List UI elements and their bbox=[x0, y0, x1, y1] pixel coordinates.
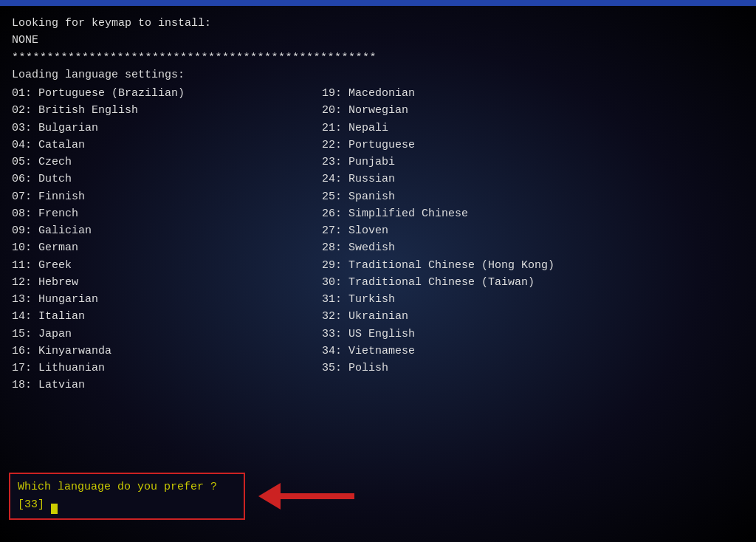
lang-item-30: 30: Traditional Chinese (Taiwan) bbox=[322, 274, 744, 291]
language-list-left: 01: Portuguese (Brazilian)02: British En… bbox=[12, 85, 322, 394]
lang-item-14: 14: Italian bbox=[12, 308, 322, 325]
lang-item-17: 17: Lithuanian bbox=[12, 360, 322, 377]
lang-item-11: 11: Greek bbox=[12, 257, 322, 274]
lang-item-27: 27: Sloven bbox=[322, 222, 744, 239]
prompt-question: Which language do you prefer ? bbox=[18, 478, 236, 496]
keymap-line2: NONE bbox=[12, 32, 744, 49]
lang-item-28: 28: Swedish bbox=[322, 239, 744, 256]
arrow-container bbox=[258, 483, 354, 510]
language-list-right: 19: Macedonian20: Norwegian21: Nepali22:… bbox=[322, 85, 744, 394]
lang-item-02: 02: British English bbox=[12, 102, 322, 119]
lang-item-01: 01: Portuguese (Brazilian) bbox=[12, 85, 322, 102]
terminal-screen: Looking for keymap to install: NONE ****… bbox=[0, 0, 756, 542]
terminal-content: Looking for keymap to install: NONE ****… bbox=[12, 15, 744, 394]
lang-item-10: 10: German bbox=[12, 239, 322, 256]
red-arrow bbox=[258, 483, 354, 510]
lang-item-09: 09: Galician bbox=[12, 222, 322, 239]
lang-item-07: 07: Finnish bbox=[12, 188, 322, 205]
loading-line: Loading language settings: bbox=[12, 66, 744, 83]
lang-item-04: 04: Catalan bbox=[12, 137, 322, 154]
lang-item-32: 32: Ukrainian bbox=[322, 308, 744, 325]
lang-item-22: 22: Portuguese bbox=[322, 137, 744, 154]
keymap-line1: Looking for keymap to install: bbox=[12, 15, 744, 32]
lang-item-20: 20: Norwegian bbox=[322, 102, 744, 119]
lang-item-12: 12: Hebrew bbox=[12, 274, 322, 291]
lang-item-21: 21: Nepali bbox=[322, 120, 744, 137]
lang-item-34: 34: Vietnamese bbox=[322, 343, 744, 360]
lang-item-08: 08: French bbox=[12, 205, 322, 222]
lang-item-26: 26: Simplified Chinese bbox=[322, 205, 744, 222]
top-bar bbox=[0, 0, 756, 6]
arrow-head bbox=[258, 483, 281, 510]
cursor-blink bbox=[51, 504, 58, 514]
language-grid: 01: Portuguese (Brazilian)02: British En… bbox=[12, 85, 744, 394]
lang-item-03: 03: Bulgarian bbox=[12, 120, 322, 137]
lang-item-19: 19: Macedonian bbox=[322, 85, 744, 102]
lang-item-35: 35: Polish bbox=[322, 360, 744, 377]
lang-item-24: 24: Russian bbox=[322, 171, 744, 188]
lang-item-25: 25: Spanish bbox=[322, 188, 744, 205]
prompt-input[interactable]: [33] bbox=[18, 496, 236, 514]
lang-item-23: 23: Punjabi bbox=[322, 154, 744, 171]
lang-item-33: 33: US English bbox=[322, 326, 744, 343]
lang-item-06: 06: Dutch bbox=[12, 171, 322, 188]
arrow-shaft bbox=[281, 493, 354, 499]
lang-item-31: 31: Turkish bbox=[322, 291, 744, 308]
lang-item-16: 16: Kinyarwanda bbox=[12, 343, 322, 360]
stars-line: ****************************************… bbox=[12, 49, 744, 66]
lang-item-13: 13: Hungarian bbox=[12, 291, 322, 308]
lang-item-05: 05: Czech bbox=[12, 154, 322, 171]
lang-item-29: 29: Traditional Chinese (Hong Kong) bbox=[322, 257, 744, 274]
lang-item-15: 15: Japan bbox=[12, 326, 322, 343]
prompt-box[interactable]: Which language do you prefer ? [33] bbox=[9, 473, 245, 520]
lang-item-18: 18: Latvian bbox=[12, 377, 322, 394]
